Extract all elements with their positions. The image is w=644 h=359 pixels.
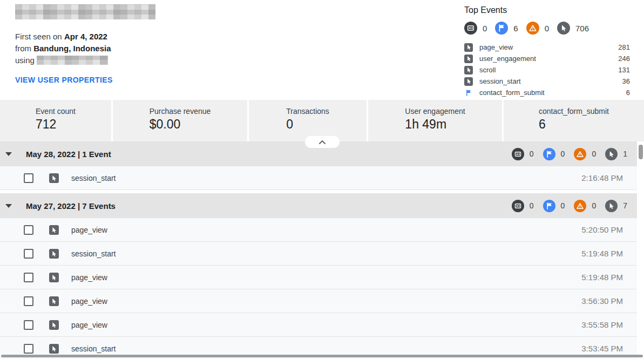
top-events-title: Top Events [464,5,630,15]
event-row[interactable]: page_view 5:20:50 PM [0,218,637,242]
top-event-item: page_view 281 [464,42,630,53]
event-time: 3:56:30 PM [581,296,637,306]
stat-label: Transactions [286,107,329,116]
error-warning-icon [526,22,539,35]
top-event-name: user_engagement [479,55,536,63]
event-cursor-icon [464,55,473,63]
event-row[interactable]: page_view 5:19:48 PM [0,266,637,289]
event-cursor-icon [49,296,59,306]
event-row[interactable]: page_view 3:56:30 PM [0,289,637,313]
top-event-item: session_start 36 [464,76,630,87]
event-row[interactable]: page_view 3:55:58 PM [0,313,637,337]
top-events-list: page_view 281 user_engagement 246 scroll… [464,42,630,98]
event-timeline: May 28, 2022 | 1 Event 0 0 0 1 session_s… [0,141,637,359]
top-events-summary: 0 6 0 706 [464,22,630,35]
event-checkbox[interactable] [24,273,33,282]
conversion-flag-icon [543,148,555,160]
top-event-item: scroll 131 [464,64,630,76]
event-cursor-icon [49,320,59,330]
badge-count: 0 [592,201,596,210]
summary-stats-band: Event count 712 Purchase revenue $0.00 T… [0,100,644,141]
date-group-badges: 0 0 0 1 [512,148,637,160]
monetization-icon [512,148,524,160]
badge-count: 7 [623,201,627,210]
event-name: session_start [71,249,116,258]
error-warning-icon [574,148,586,160]
top-event-item: contact_form_submit 6 [464,87,630,98]
event-cursor-icon [49,273,59,282]
date-group-label: May 27, 2022 | 7 Events [26,201,116,211]
event-name: session_start [71,174,116,182]
stat-label: Purchase revenue [150,107,211,116]
redacted-device [37,56,108,65]
event-checkbox[interactable] [24,296,33,306]
error-warning-icon [574,200,586,212]
event-cursor-icon [605,200,618,212]
monetization-icon [512,200,524,212]
stat-value: 712 [36,117,76,132]
event-cursor-icon [49,249,59,259]
badge-count: 0 [530,201,534,210]
user-snapshot-screen: First seen on Apr 4, 2022 from Bandung, … [0,0,644,359]
event-row[interactable]: session_start 2:16:48 PM [0,166,637,190]
date-group-badges: 0 0 0 7 [512,200,637,212]
collapse-stats-button[interactable] [305,136,340,148]
event-name: page_view [71,273,107,282]
monetization-icon [464,22,477,35]
event-time: 5:19:48 PM [581,273,637,282]
events-count: 706 [575,24,589,33]
event-cursor-icon [49,225,59,235]
event-cursor-icon [49,173,59,183]
stat-label: User engagement [405,107,465,116]
from-prefix: from [15,44,31,53]
user-identity-block: First seen on Apr 4, 2022 from Bandung, … [15,4,155,85]
top-event-count: 6 [626,89,630,97]
top-event-count: 281 [618,43,630,51]
user-header: First seen on Apr 4, 2022 from Bandung, … [0,0,644,100]
top-event-count: 246 [618,55,630,63]
badge-count: 0 [592,150,596,158]
event-time: 2:16:48 PM [581,173,637,182]
badge-count: 0 [530,150,534,158]
event-cursor-icon [464,77,473,86]
date-group-header[interactable]: May 27, 2022 | 7 Events 0 0 0 7 [0,193,637,218]
using-prefix: using [15,56,35,65]
event-checkbox[interactable] [24,344,33,354]
event-checkbox[interactable] [24,225,33,235]
event-checkbox[interactable] [24,173,33,183]
collapse-group-icon[interactable] [5,152,12,156]
stat-contact-form-submit: contact_form_submit 6 [504,100,644,141]
horizontal-scrollbar-thumb[interactable] [1,355,643,357]
top-event-name: session_start [479,77,521,85]
event-date-group: May 27, 2022 | 7 Events 0 0 0 7 page_vie… [0,193,637,359]
badge-count: 0 [561,201,565,210]
stat-purchase-revenue: Purchase revenue $0.00 [113,100,247,141]
view-user-properties-link[interactable]: VIEW USER PROPERTIES [15,76,113,84]
date-group-label: May 28, 2022 | 1 Event [26,150,111,159]
event-checkbox[interactable] [24,249,33,259]
top-event-name: contact_form_submit [479,89,545,97]
event-time: 5:19:48 PM [581,249,637,258]
top-event-count: 36 [622,77,630,85]
stat-value: 1h 49m [405,117,465,132]
event-checkbox[interactable] [24,320,33,330]
chevron-up-icon [318,139,327,145]
event-name: session_start [71,344,116,353]
error-count: 0 [545,24,549,33]
stat-value: $0.00 [150,117,211,132]
event-time: 3:55:58 PM [581,320,637,329]
event-row[interactable]: session_start 5:19:48 PM [0,242,637,266]
event-name: page_view [71,321,107,329]
badge-count: 0 [561,150,565,158]
event-date-group: May 28, 2022 | 1 Event 0 0 0 1 session_s… [0,141,637,190]
stat-event-count: Event count 712 [0,100,111,141]
stat-transactions: Transactions 0 [249,100,367,141]
stat-value: 0 [286,117,329,132]
event-time: 3:53:45 PM [581,344,637,353]
conversion-flag-icon [543,200,555,212]
event-name: page_view [71,226,107,234]
conversion-count: 6 [513,24,518,33]
top-event-count: 131 [618,66,630,74]
vertical-scrollbar-thumb[interactable] [639,145,643,159]
collapse-group-icon[interactable] [5,204,12,208]
